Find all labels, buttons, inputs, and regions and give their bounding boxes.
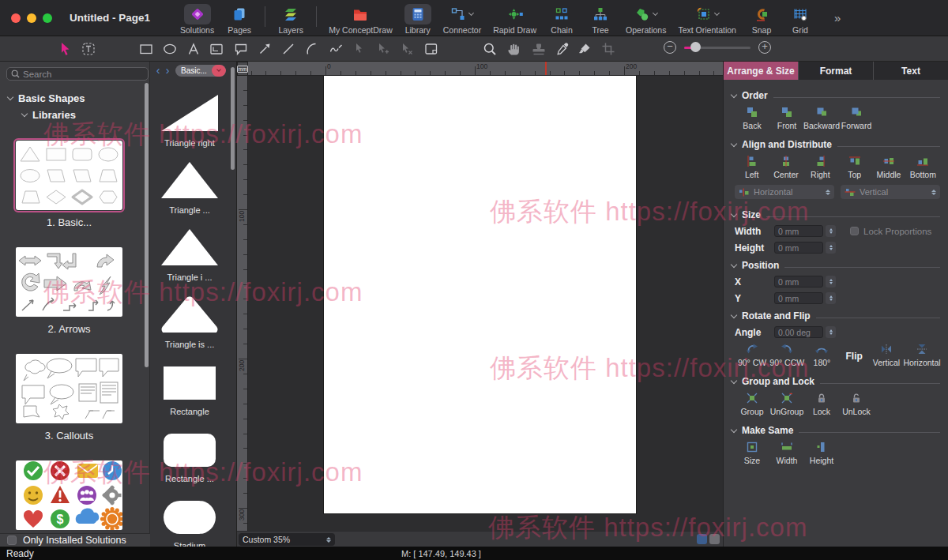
section-header-align-and-distribute[interactable]: Align and Distribute xyxy=(732,137,940,152)
page-overview-button[interactable] xyxy=(709,534,720,544)
shape-item-rectangle[interactable]: Rectangle ... xyxy=(150,419,229,487)
tool-line[interactable] xyxy=(279,40,298,58)
toolbar-item-pages[interactable]: Pages xyxy=(226,2,253,35)
vertical-button[interactable]: Vertical xyxy=(869,343,904,367)
90-ccw-button[interactable]: 90° CCW xyxy=(769,343,804,367)
zoom-in-button[interactable]: + xyxy=(758,41,771,54)
library-selector-dropdown-button[interactable] xyxy=(212,65,226,77)
tool-ellipse[interactable] xyxy=(160,40,179,58)
library-item-symbols[interactable]: $ xyxy=(16,460,122,530)
tool-zoom-tool[interactable] xyxy=(480,40,499,58)
toolbar-overflow-button[interactable]: » xyxy=(834,11,841,24)
toolbar-item-operations[interactable]: Operations xyxy=(626,2,666,35)
tool-rectangle[interactable] xyxy=(137,40,156,58)
library-thumbnail-basic[interactable] xyxy=(16,141,122,210)
shape-item-triangle-i[interactable]: Triangle i ... xyxy=(150,218,229,285)
library-thumbnail-symbols[interactable]: $ xyxy=(16,460,122,530)
stepper-control[interactable] xyxy=(826,276,836,288)
stepper-control[interactable] xyxy=(826,225,836,237)
close-window-button[interactable] xyxy=(11,13,21,23)
sidebar-item-basic-shapes[interactable]: Basic Shapes xyxy=(8,92,85,104)
tool-eyedropper[interactable] xyxy=(553,40,572,58)
minimize-window-button[interactable] xyxy=(27,13,36,23)
library-thumbnail-callouts[interactable] xyxy=(16,354,122,423)
tool-callout[interactable] xyxy=(231,40,250,58)
height-input[interactable]: 0 mm xyxy=(774,242,823,254)
tab-format[interactable]: Format xyxy=(799,62,874,80)
stepper-control[interactable] xyxy=(826,242,836,254)
toolbar-item-text-orientation[interactable]: Text Orientation xyxy=(678,2,736,35)
180-button[interactable]: 180° xyxy=(804,343,839,367)
tool-shape-tool[interactable] xyxy=(422,40,441,58)
forward-button[interactable]: Forward xyxy=(839,106,874,130)
vertical-dropdown[interactable]: Vertical xyxy=(841,185,940,199)
section-header-position[interactable]: Position xyxy=(732,257,940,273)
top-button[interactable]: Top xyxy=(837,155,871,179)
front-button[interactable]: Front xyxy=(769,106,804,130)
library-prev-button[interactable]: ‹ xyxy=(153,65,163,76)
back-button[interactable]: Back xyxy=(735,106,769,130)
toolbar-item-library[interactable]: Library xyxy=(404,2,431,35)
toolbar-item-snap[interactable]: Snap xyxy=(748,2,775,35)
stepper-control[interactable] xyxy=(826,292,836,304)
sidebar-scrollbar[interactable] xyxy=(145,83,149,367)
center-button[interactable]: Center xyxy=(769,155,803,179)
zoom-slider[interactable] xyxy=(684,47,750,49)
lock-proportions-checkbox[interactable] xyxy=(850,227,859,235)
tool-node-add[interactable] xyxy=(350,40,369,58)
ruler-unit-box[interactable]: mm xyxy=(237,62,248,76)
vertical-ruler[interactable]: 100200300 xyxy=(237,76,248,531)
tab-text[interactable]: Text xyxy=(874,62,948,80)
zoom-out-button[interactable]: − xyxy=(664,41,676,54)
section-header-rotate-and-flip[interactable]: Rotate and Flip xyxy=(732,308,940,324)
tab-arrange-size[interactable]: Arrange & Size xyxy=(724,62,799,80)
left-button[interactable]: Left xyxy=(735,155,769,179)
toolbar-item-rapid-draw[interactable]: Rapid Draw xyxy=(493,2,536,35)
library-item-1-basic[interactable]: 1. Basic... xyxy=(16,141,122,228)
toolbar-item-tree[interactable]: Tree xyxy=(587,2,614,35)
search-input[interactable] xyxy=(23,70,145,79)
horizontal-dropdown[interactable]: Horizontal xyxy=(735,185,834,199)
tool-format-brush[interactable] xyxy=(575,40,594,58)
tool-stamp[interactable] xyxy=(529,40,548,58)
backward-button[interactable]: Backward xyxy=(804,106,839,130)
horizontal-button[interactable]: Horizontal xyxy=(904,343,940,367)
tool-connector-draw[interactable] xyxy=(255,40,274,58)
shape-item-triangle-is[interactable]: Triangle is ... xyxy=(150,285,229,352)
ungroup-button[interactable]: UnGroup xyxy=(769,392,804,416)
shape-item-rectangle[interactable]: Rectangle xyxy=(150,352,229,419)
shape-item-triangle-right[interactable]: Triangle right xyxy=(150,84,229,151)
tool-freehand[interactable] xyxy=(326,40,345,58)
unlock-button[interactable]: UnLock xyxy=(839,392,874,416)
shape-item-stadium[interactable]: Stadium xyxy=(150,487,229,554)
lock-button[interactable]: Lock xyxy=(804,392,839,416)
tool-node-cut[interactable] xyxy=(397,40,416,58)
drawing-viewport[interactable] xyxy=(248,76,723,531)
group-button[interactable]: Group xyxy=(735,392,769,416)
y-input[interactable]: 0 mm xyxy=(774,292,823,304)
horizontal-ruler[interactable]: 0100200 xyxy=(248,62,723,76)
section-header-order[interactable]: Order xyxy=(732,88,940,103)
width-button[interactable]: Width xyxy=(769,441,804,465)
height-button[interactable]: Height xyxy=(804,441,839,465)
tool-pan[interactable] xyxy=(504,40,523,58)
section-header-make-same[interactable]: Make Same xyxy=(732,423,940,438)
width-input[interactable]: 0 mm xyxy=(774,225,823,237)
tool-text-select[interactable] xyxy=(79,40,98,58)
bottom-button[interactable]: Bottom xyxy=(906,155,940,179)
toolbar-item-layers[interactable]: Layers xyxy=(277,2,304,35)
zoom-window-button[interactable] xyxy=(43,13,52,23)
library-item-2-arrows[interactable]: 2. Arrows xyxy=(16,247,122,335)
middle-button[interactable]: Middle xyxy=(871,155,905,179)
tool-node-plus[interactable] xyxy=(374,40,393,58)
tool-picture[interactable] xyxy=(207,40,226,58)
size-button[interactable]: Size xyxy=(735,441,769,465)
library-item-3-callouts[interactable]: 3. Callouts xyxy=(16,354,122,442)
section-header-size[interactable]: Size xyxy=(732,207,940,223)
sidebar-item-libraries[interactable]: Libraries xyxy=(22,109,76,121)
document-page[interactable] xyxy=(324,76,636,513)
navigator-button[interactable] xyxy=(697,534,707,544)
shapes-scrollbar[interactable] xyxy=(231,67,235,170)
library-selector[interactable]: Basic... xyxy=(175,65,226,77)
toolbar-item-my-conceptdraw[interactable]: My ConceptDraw xyxy=(329,2,393,35)
